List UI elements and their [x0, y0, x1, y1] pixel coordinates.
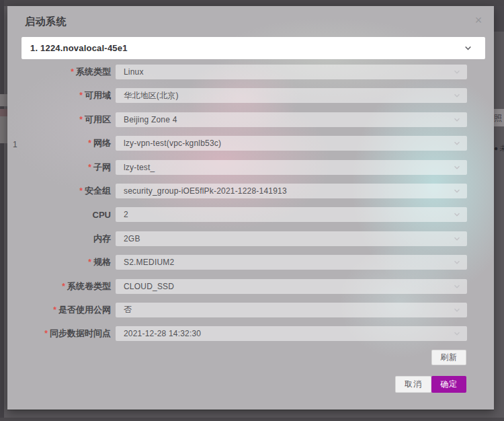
start-system-dialog: 启动系统 × 1. 1224.novalocal-45e1 *系统类型Linux… [7, 6, 494, 410]
chevron-down-icon [453, 68, 461, 76]
required-asterisk: * [71, 67, 74, 77]
required-asterisk: * [79, 115, 83, 124]
selected-value: CLOUD_SSD [124, 282, 174, 291]
memory-select[interactable]: 2GB [116, 231, 467, 246]
page-bottom-strip [0, 418, 504, 421]
confirm-button[interactable]: 确定 [431, 376, 466, 393]
background-row-fragment [0, 116, 7, 143]
background-number-fragment: 1 [13, 140, 17, 149]
required-asterisk: * [79, 91, 83, 100]
chevron-down-icon [453, 210, 461, 219]
form-row-system-volume-type: *系统卷类型CLOUD_SSD [7, 279, 474, 294]
form-row-system-type: *系统类型Linux [7, 65, 474, 79]
background-row-fragment [0, 109, 7, 116]
selected-value: 2 [124, 210, 128, 219]
chevron-down-icon [453, 187, 461, 195]
required-asterisk: * [62, 282, 65, 291]
chevron-down-icon [453, 306, 461, 314]
availability-zone-select[interactable]: Beijing Zone 4 [116, 112, 467, 127]
system-volume-type-select[interactable]: CLOUD_SSD [116, 279, 467, 294]
sync-data-time-select[interactable]: 2021-12-28 14:32:30 [116, 326, 467, 341]
form-row-cpu: CPU2 [7, 207, 474, 222]
required-asterisk: * [53, 305, 56, 315]
form-row-availability-domain: *可用域华北地区(北京) [7, 88, 474, 103]
page-left-strip [0, 0, 4, 421]
field-label-sync-data-time: *同步数据时间点 [7, 328, 111, 340]
selected-value: 否 [124, 304, 132, 315]
selected-value: lzy-vpn-test(vpc-kgnlb53c) [124, 139, 221, 148]
required-asterisk: * [88, 163, 91, 172]
chevron-down-icon [464, 44, 472, 52]
form-row-flavor: *规格S2.MEDIUM2 [7, 255, 474, 270]
subnet-select[interactable]: lzy-test_ [116, 160, 467, 175]
selected-value: 2GB [124, 234, 140, 243]
instance-select[interactable]: 1. 1224.novalocal-45e1 [22, 37, 485, 59]
status-text-fragment: ● 未 [494, 144, 504, 153]
page-top-strip [0, 0, 504, 6]
chevron-down-icon [453, 139, 461, 147]
chevron-down-icon [453, 330, 461, 338]
field-label-use-public-network: *是否使用公网 [7, 304, 111, 316]
security-group-select[interactable]: security_group-iOE5flPk-2021-1228-141913 [116, 184, 467, 198]
chevron-down-icon [453, 116, 461, 124]
close-icon[interactable]: × [471, 13, 486, 28]
required-asterisk: * [88, 258, 91, 267]
instance-select-value: 1. 1224.novalocal-45e1 [30, 43, 128, 53]
chevron-down-icon [453, 91, 461, 100]
flavor-select[interactable]: S2.MEDIUM2 [116, 255, 467, 270]
dialog-title: 启动系统 [25, 15, 67, 28]
field-label-subnet: *子网 [7, 161, 111, 174]
availability-domain-select[interactable]: 华北地区(北京) [116, 88, 467, 103]
field-label-memory: 内存 [7, 233, 111, 245]
form-row-sync-data-time: *同步数据时间点2021-12-28 14:32:30 [7, 326, 474, 341]
system-type-select[interactable]: Linux [116, 65, 467, 79]
form-row-memory: 内存2GB [7, 231, 474, 246]
snapshot-button-fragment: 照 [494, 109, 504, 126]
field-label-system-volume-type: *系统卷类型 [7, 280, 111, 293]
required-asterisk: * [79, 186, 83, 196]
refresh-button[interactable]: 刷新 [431, 350, 466, 365]
chevron-down-icon [453, 282, 461, 291]
cancel-button[interactable]: 取消 [395, 376, 431, 393]
field-label-security-group: *安全组 [7, 185, 111, 197]
selected-value: 华北地区(北京) [124, 90, 179, 102]
selected-value: Linux [124, 67, 144, 77]
form-row-security-group: *安全组security_group-iOE5flPk-2021-1228-14… [7, 184, 474, 198]
required-asterisk: * [88, 139, 91, 148]
use-public-network-select[interactable]: 否 [116, 303, 467, 317]
selected-value: Beijing Zone 4 [124, 115, 177, 124]
field-label-availability-zone: *可用区 [7, 114, 111, 126]
form-fields: *系统类型Linux*可用域华北地区(北京)*可用区Beijing Zone 4… [7, 65, 474, 350]
field-label-availability-domain: *可用域 [7, 89, 111, 102]
form-row-subnet: *子网lzy-test_ [7, 160, 474, 175]
background-row-fragment [0, 94, 7, 106]
background-corner-fragment [494, 6, 504, 32]
required-asterisk: * [44, 329, 48, 338]
network-select[interactable]: lzy-vpn-test(vpc-kgnlb53c) [116, 136, 467, 151]
selected-value: S2.MEDIUM2 [124, 258, 174, 267]
form-row-network: *网络lzy-vpn-test(vpc-kgnlb53c) [7, 136, 474, 151]
field-label-network: *网络 [7, 137, 111, 149]
selected-value: lzy-test_ [124, 163, 155, 172]
form-row-use-public-network: *是否使用公网否 [7, 303, 474, 317]
chevron-down-icon [453, 163, 461, 171]
field-label-system-type: *系统类型 [7, 66, 111, 78]
chevron-down-icon [453, 258, 461, 266]
cpu-select[interactable]: 2 [116, 207, 467, 222]
field-label-cpu: CPU [7, 210, 111, 220]
form-row-availability-zone: *可用区Beijing Zone 4 [7, 112, 474, 127]
chevron-down-icon [453, 235, 461, 243]
selected-value: security_group-iOE5flPk-2021-1228-141913 [124, 186, 287, 196]
selected-value: 2021-12-28 14:32:30 [124, 329, 201, 338]
field-label-flavor: *规格 [7, 256, 111, 268]
